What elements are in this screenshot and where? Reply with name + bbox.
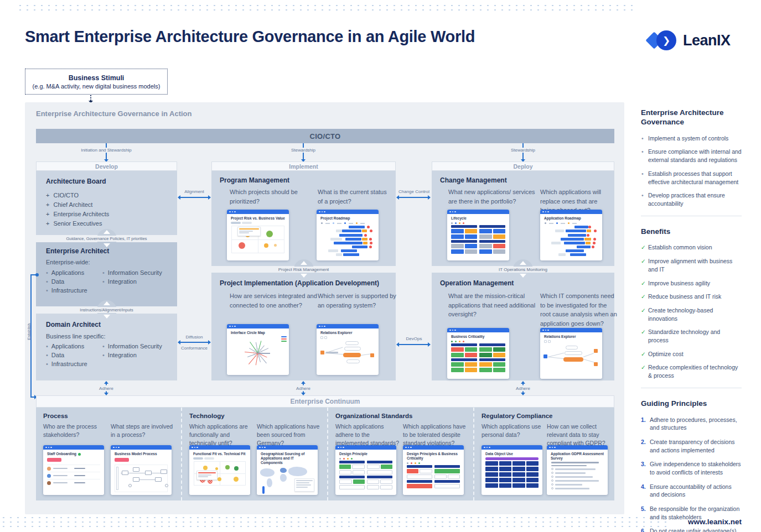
list-item: Ensure compliance with internal and exte… (641, 148, 742, 164)
dotted-decoration-top (17, 3, 634, 12)
mini-screenshot-data-object-use: Data Object Use (482, 445, 542, 495)
right-sidebar: Enterprise Architecture Governance Imple… (641, 108, 742, 532)
group-title: Process (43, 413, 68, 419)
question: Which applications are functionally and … (189, 423, 253, 448)
list-item: Do not create unfair advantage(s) to any… (641, 527, 742, 532)
list-item: Create technology-based innovations (641, 306, 742, 322)
page-title: Smart Enterprise Architecture Governance… (25, 28, 475, 46)
mini-tabs (189, 457, 250, 461)
continuum-group-regulatory-compliance: Regulatory Compliance Which applications… (473, 408, 614, 500)
dotted-decoration-bottom (0, 515, 667, 529)
list-item: Improve alignment with business and IT (641, 257, 742, 273)
diffusion-conformance-arrow (178, 342, 210, 343)
chevron-up-icon (301, 261, 307, 265)
question: Which applications use personal data? (482, 423, 542, 439)
mini-screenshot-title: Business Model Process (111, 450, 172, 457)
conformance-label: Conformance (177, 346, 211, 351)
question: Which applications have been sourced fro… (257, 423, 322, 448)
business-stimuli-box: Business Stimuli (e.g. M&A activity, new… (25, 69, 168, 95)
bubble-chart (231, 226, 284, 253)
benefits-list: Establish common vision Improve alignmen… (641, 243, 742, 379)
mini-screenshot-business-model-process: Business Model Process (111, 445, 172, 495)
question: Which projects should be prioritized? (230, 187, 314, 206)
tile-board (335, 461, 396, 491)
chevron-down-icon (103, 243, 110, 247)
mini-screenshot-title: Lifecycle (447, 214, 509, 222)
develop-column: Architecture Board CIO/CTO Chief Archite… (36, 171, 177, 380)
mini-screenshot-gdpr-survey: Application GDPR Assessment Survey (547, 445, 608, 495)
business-stimuli-title: Business Stimuli (69, 74, 125, 82)
gantt-legend (540, 222, 602, 226)
mini-window-bar (43, 445, 104, 450)
enterprise-architect-card: Enterprise Architect Enterprise-wide: Ap… (36, 242, 177, 306)
mini-window-bar (257, 445, 318, 450)
board-item: Chief Architect (46, 201, 92, 208)
gantt-legend (317, 222, 379, 226)
bubble-chart (194, 461, 246, 486)
mini-window-bar (189, 445, 250, 450)
group-title: Technology (189, 413, 225, 419)
survey-form (547, 462, 608, 489)
mini-window-bar (317, 210, 379, 214)
relations-graph (317, 336, 379, 367)
stimuli-arrow-line (90, 95, 91, 101)
question: Which server is supported by an operatin… (318, 291, 398, 310)
leanix-logo-icon (646, 29, 677, 52)
develop-column-header: Develop (36, 161, 177, 171)
deploy-column-header: Deploy (432, 161, 614, 171)
mini-screenshot-title: Relations Explorer (540, 332, 602, 340)
implement-column: Program Management Which projects should… (211, 171, 396, 380)
mini-screenshot-project-roadmap: Project Roadmap (317, 210, 379, 260)
change-control-arrow (397, 197, 430, 198)
program-management-section: Program Management Which projects should… (211, 171, 396, 266)
mini-screenshot-title: Data Object Use (482, 450, 542, 457)
mini-screenshot-relations-explorer: Relations Explorer (317, 324, 379, 375)
question: What new applications/ services are ther… (448, 187, 537, 206)
list-item: Adhere to procedures, processes, and str… (641, 416, 742, 432)
diffusion-label: Diffusion (177, 335, 211, 340)
tile-board (447, 225, 509, 255)
question: Which applications adhere to the impleme… (335, 423, 401, 448)
enterprise-continuum-body: Process Who are the process stakeholders… (36, 408, 614, 500)
list-item: Information Security (102, 343, 162, 350)
list-item: Create transparency of decisions and act… (641, 438, 742, 454)
project-implementation-section: Project Implementation (Application Deve… (211, 273, 396, 380)
mini-screenshot-business-criticality: Business Criticality (447, 328, 509, 379)
list-item: Reduce complexities of technology & proc… (641, 363, 742, 379)
list-item: Data (46, 352, 64, 358)
implement-column-header: Implement (211, 161, 396, 171)
program-management-title: Program Management (220, 176, 289, 184)
alignment-arrow (178, 197, 210, 198)
list-item: Information Security (102, 269, 162, 276)
governance-in-action-panel: Enterprise Architecture Governance in Ac… (25, 102, 624, 514)
mini-window-bar (447, 328, 509, 332)
alignment-label: Alignment (177, 189, 211, 194)
list-item: Infrastructure (46, 287, 87, 294)
group-title: Regulatory Compliance (482, 413, 552, 419)
list-item: Give independence to stakeholders to avo… (641, 460, 742, 476)
mini-window-bar (447, 210, 509, 214)
footer-link[interactable]: www.leanix.net (688, 518, 742, 526)
mini-screenshot-title: Application Roadmap (540, 214, 602, 222)
enterprise-architect-title: Enterprise Architect (46, 247, 109, 255)
mini-window-bar (540, 210, 602, 214)
question: Which applications have to be tolerated … (403, 423, 468, 448)
domain-architect-card: Domain Architect Business line specific:… (36, 314, 177, 380)
domain-architect-title: Domain Architect (46, 321, 101, 328)
project-implementation-title: Project Implementation (Application Deve… (220, 279, 379, 287)
operation-management-section: Operation Management What are the missio… (432, 273, 614, 380)
divider-guidance: Guidance, Governance Policies, IT priori… (36, 235, 177, 242)
status-dot-icon (78, 453, 81, 456)
list-item: Reduce business and IT risk (641, 293, 742, 301)
change-management-section: Change Management What new applications/… (432, 171, 614, 266)
mini-window-bar (111, 445, 172, 450)
chevron-up-icon (103, 301, 110, 305)
question: What steps are involved in a process? (111, 423, 174, 439)
list-item: Integration (102, 278, 137, 285)
chevron-up-icon (103, 230, 110, 234)
guiding-principles-list: Adhere to procedures, processes, and str… (641, 416, 742, 532)
list-item: Ensure accountability of actions and dec… (641, 483, 742, 499)
mini-screenshot-title: Interface Circle Map (227, 328, 289, 336)
guiding-principles-title: Guiding Principles (641, 399, 742, 409)
change-control-label: Change Control (395, 189, 433, 194)
